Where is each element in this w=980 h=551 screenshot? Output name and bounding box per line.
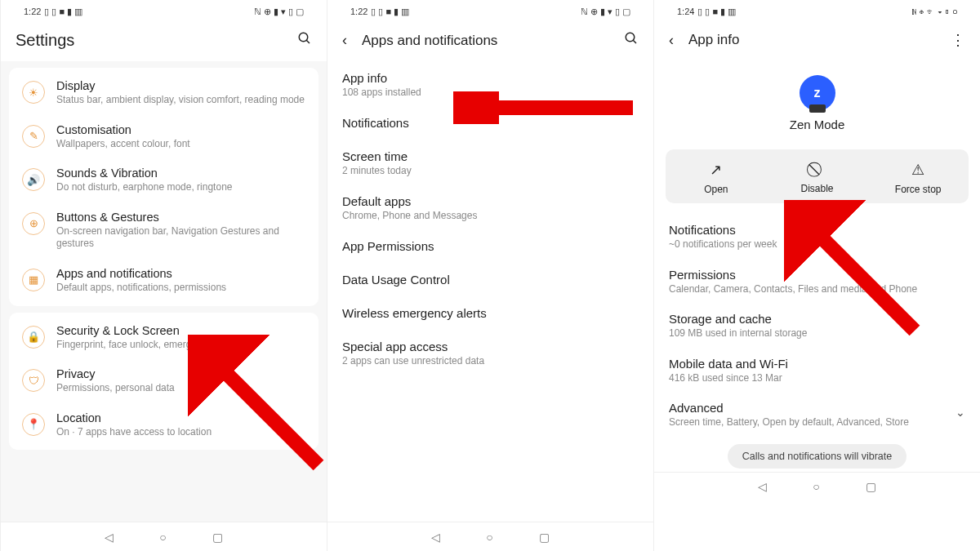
chevron-down-icon: ⌄	[956, 401, 965, 419]
search-icon[interactable]	[294, 31, 312, 50]
app-header: z Zen Mode	[654, 60, 980, 141]
row-sub: Status bar, ambient display, vision comf…	[56, 94, 305, 107]
info-notifications[interactable]: Notifications~0 notifications per week	[654, 215, 980, 260]
settings-row-security[interactable]: 🔒 Security & Lock ScreenFingerprint, fac…	[9, 316, 318, 360]
settings-group-2: 🔒 Security & Lock ScreenFingerprint, fac…	[9, 313, 318, 451]
page-title: App info	[688, 32, 947, 48]
item-default-apps[interactable]: Default appsChrome, Phone and Messages	[327, 184, 653, 229]
header: ‹ App info ⋮	[654, 20, 980, 60]
nav-recent-icon[interactable]: ▢	[212, 531, 223, 544]
item-special-access[interactable]: Special app access2 apps can use unrestr…	[327, 330, 653, 375]
page-title: Settings	[16, 31, 294, 50]
warning-icon: ⚠	[871, 161, 965, 179]
lock-icon: 🔒	[22, 326, 45, 349]
svg-point-0	[299, 33, 308, 42]
svg-line-3	[633, 40, 636, 43]
page-title: Apps and notifications	[362, 33, 621, 49]
status-time: 1:22	[24, 7, 41, 16]
header: ‹ Apps and notifications	[327, 20, 653, 61]
buttons-icon: ⊕	[22, 212, 45, 235]
back-icon[interactable]: ‹	[669, 32, 688, 49]
app-info-list: Notifications~0 notifications per week P…	[654, 211, 980, 472]
status-time: 1:22	[350, 7, 368, 16]
nav-back-icon[interactable]: ◁	[105, 531, 114, 544]
disable-icon: ⃠	[770, 161, 865, 178]
nav-bar: ◁ ○ ▢	[1, 522, 327, 551]
action-disable[interactable]: ⃠Disable	[767, 149, 868, 203]
status-time: 1:24	[677, 7, 694, 16]
apps-icon: ▦	[22, 269, 45, 291]
settings-row-buttons[interactable]: ⊕ Buttons & GesturesOn-screen navigation…	[9, 202, 318, 259]
shield-icon: 🛡	[22, 369, 45, 392]
row-title: Display	[56, 79, 305, 92]
settings-row-location[interactable]: 📍 LocationOn · 7 apps have access to loc…	[9, 403, 318, 447]
nav-home-icon[interactable]: ○	[486, 531, 492, 544]
item-notifications[interactable]: Notifications	[327, 106, 653, 140]
nav-recent-icon[interactable]: ▢	[866, 480, 876, 493]
action-open[interactable]: ↗Open	[666, 149, 767, 203]
settings-row-apps-notifications[interactable]: ▦ Apps and notificationsDefault apps, no…	[9, 259, 318, 303]
screen-settings: 1:22 ▯ ▯ ■ ▮ ▥ ℕ ⊕ ▮ ▾ ▯ ▢ Settings ☀ Di…	[0, 0, 327, 551]
screen-apps-notifications: 1:22 ▯ ▯ ■ ▮ ▥ ℕ ⊕ ▮ ▾ ▯ ▢ ‹ Apps and no…	[327, 0, 653, 551]
settings-row-customisation[interactable]: ✎ CustomisationWallpapers, accent colour…	[9, 115, 318, 159]
header: Settings	[1, 20, 327, 61]
info-advanced[interactable]: Advanced Screen time, Battery, Open by d…	[654, 393, 980, 438]
nav-bar: ◁ ○ ▢	[654, 472, 980, 501]
nav-recent-icon[interactable]: ▢	[539, 531, 550, 544]
info-storage[interactable]: Storage and cache109 MB used in internal…	[654, 304, 980, 349]
info-mobile-data[interactable]: Mobile data and Wi-Fi416 kB used since 1…	[654, 349, 980, 393]
app-avatar-icon: z	[800, 75, 835, 111]
display-icon: ☀	[22, 81, 45, 104]
nav-home-icon[interactable]: ○	[159, 531, 166, 544]
item-app-permissions[interactable]: App Permissions	[327, 229, 653, 263]
status-bar: 1:24 ▯ ▯ ■ ▮ ▥ ℕ ⊕ ᯤ ▾ ▯ ▢	[654, 0, 980, 20]
status-icons-left: ▯ ▯ ■ ▮ ▥	[44, 7, 82, 17]
svg-line-1	[306, 40, 310, 43]
item-wireless-alerts[interactable]: Wireless emergency alerts	[327, 296, 653, 330]
settings-group-1: ☀ DisplayStatus bar, ambient display, vi…	[9, 68, 318, 306]
search-icon[interactable]	[621, 31, 639, 50]
app-name: Zen Mode	[654, 118, 980, 131]
action-row: ↗Open ⃠Disable ⚠Force stop	[666, 149, 969, 203]
apps-list: App info108 apps installed Notifications…	[327, 61, 653, 522]
toast-message: Calls and notifications will vibrate	[728, 444, 906, 469]
screen-app-info: 1:24 ▯ ▯ ■ ▮ ▥ ℕ ⊕ ᯤ ▾ ▯ ▢ ‹ App info ⋮ …	[653, 0, 980, 551]
location-icon: 📍	[22, 413, 45, 436]
settings-row-privacy[interactable]: 🛡 PrivacyPermissions, personal data	[9, 359, 318, 403]
nav-back-icon[interactable]: ◁	[758, 480, 767, 493]
sounds-icon: 🔊	[22, 168, 45, 191]
item-app-info[interactable]: App info108 apps installed	[327, 61, 653, 106]
status-bar: 1:22 ▯ ▯ ■ ▮ ▥ ℕ ⊕ ▮ ▾ ▯ ▢	[1, 0, 327, 20]
item-screen-time[interactable]: Screen time2 minutes today	[327, 140, 653, 184]
info-permissions[interactable]: PermissionsCalendar, Camera, Contacts, F…	[654, 260, 980, 304]
settings-row-display[interactable]: ☀ DisplayStatus bar, ambient display, vi…	[9, 71, 318, 115]
open-icon: ↗	[669, 161, 764, 179]
more-icon[interactable]: ⋮	[947, 31, 965, 49]
nav-bar: ◁ ○ ▢	[327, 522, 653, 551]
status-bar: 1:22 ▯ ▯ ■ ▮ ▥ ℕ ⊕ ▮ ▾ ▯ ▢	[327, 0, 653, 20]
svg-point-2	[626, 33, 635, 42]
item-data-usage[interactable]: Data Usage Control	[327, 263, 653, 296]
nav-back-icon[interactable]: ◁	[431, 531, 440, 544]
settings-row-sounds[interactable]: 🔊 Sounds & VibrationDo not disturb, earp…	[9, 158, 318, 202]
action-force-stop[interactable]: ⚠Force stop	[867, 149, 969, 203]
back-icon[interactable]: ‹	[342, 32, 362, 49]
status-icons-right: ℕ ⊕ ▮ ▾ ▯ ▢	[254, 7, 304, 17]
customisation-icon: ✎	[22, 125, 45, 148]
nav-home-icon[interactable]: ○	[813, 480, 819, 493]
